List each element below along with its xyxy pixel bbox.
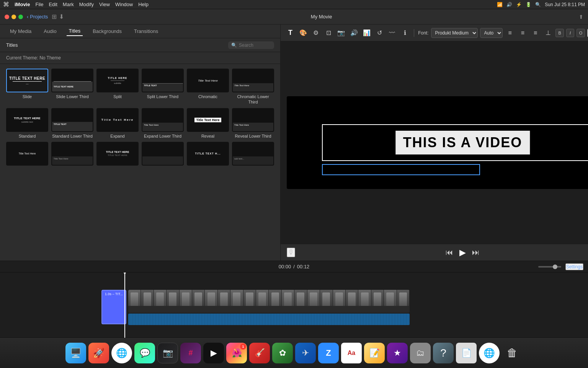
- play-button[interactable]: ▶: [459, 248, 466, 258]
- align-right-icon[interactable]: ≡: [530, 28, 541, 38]
- chromatic-lower-thumb[interactable]: Title Text Here: [232, 69, 274, 92]
- title-item-row3-4[interactable]: [142, 142, 184, 167]
- expand-lower-thumb[interactable]: Title Text Here: [142, 108, 184, 132]
- chromatic-thumb[interactable]: Title Text Here: [187, 69, 229, 92]
- slide-thumb[interactable]: TITLE TEXT HERE —: [6, 69, 48, 92]
- title-item-slide[interactable]: TITLE TEXT HERE — Slide: [6, 69, 48, 105]
- rotate-icon[interactable]: ↺: [374, 28, 385, 38]
- title-item-standard-lower[interactable]: TITLE TEXT Standard Lower Third: [51, 108, 93, 139]
- row3-3-thumb[interactable]: TITLE TEXT HERE TITLE TEXT HERE: [96, 142, 139, 166]
- dock-scrobbles[interactable]: ✿: [272, 343, 293, 363]
- minimize-button[interactable]: [11, 15, 16, 19]
- search-icon[interactable]: 🔍: [535, 2, 541, 7]
- row3-2-thumb[interactable]: Title Text Here: [51, 142, 93, 166]
- title-item-expand-lower[interactable]: Title Text Here Expand Lower Third: [142, 108, 184, 139]
- dock-slack[interactable]: #: [180, 343, 201, 363]
- title-item-slide-lower[interactable]: TITLE TEXT HERE Slide Lower Third: [51, 69, 93, 105]
- chart-icon[interactable]: 📊: [361, 28, 372, 38]
- share-icon[interactable]: ⬆: [579, 14, 583, 20]
- split-lower-thumb[interactable]: TITLE TEXT: [142, 69, 184, 92]
- dock-garageband[interactable]: 🎸: [249, 343, 270, 363]
- title-item-row3-2[interactable]: Title Text Here: [51, 142, 93, 167]
- dock-finder2[interactable]: 🗂: [410, 343, 431, 363]
- row3-4-thumb[interactable]: [142, 142, 184, 166]
- title-clip[interactable]: 1.0s – TIT...: [101, 290, 126, 324]
- microphone-button[interactable]: 🎙: [287, 248, 295, 257]
- skip-back-button[interactable]: ⏮: [446, 248, 453, 257]
- menu-help[interactable]: Help: [138, 2, 149, 7]
- zoom-control[interactable]: [538, 266, 561, 268]
- gear-icon[interactable]: ⚙: [310, 28, 321, 38]
- title-item-reveal-lower[interactable]: Title Text Here Reveal Lower Third: [232, 108, 274, 139]
- align-left-icon[interactable]: ≡: [505, 28, 515, 38]
- dock-chrome2[interactable]: 🌐: [479, 343, 500, 363]
- tab-transitions[interactable]: Transitions: [132, 27, 160, 36]
- dock-facetime[interactable]: 📷: [157, 343, 178, 363]
- menu-file[interactable]: File: [35, 2, 43, 7]
- italic-button[interactable]: I: [566, 29, 574, 37]
- font-select[interactable]: Produkt Medium: [431, 28, 478, 38]
- slide-lower-thumb[interactable]: TITLE TEXT HERE: [51, 69, 93, 92]
- dock-messages[interactable]: 💬: [134, 343, 155, 363]
- dock-notes[interactable]: 📝: [364, 343, 385, 363]
- title-item-row3-6[interactable]: sub text...: [232, 142, 274, 167]
- camera-icon[interactable]: 📷: [336, 28, 346, 38]
- outline-button[interactable]: O: [577, 29, 585, 37]
- menu-window[interactable]: Window: [115, 2, 133, 7]
- reveal-thumb[interactable]: Title Text Here: [187, 108, 229, 132]
- playhead[interactable]: [124, 273, 125, 338]
- dock-launchpad[interactable]: 🚀: [88, 343, 109, 363]
- crop-icon[interactable]: ⊡: [323, 28, 334, 38]
- tab-audio[interactable]: Audio: [41, 27, 59, 36]
- view-mode-icon[interactable]: ⊞: [52, 13, 57, 20]
- download-icon[interactable]: ⬇: [59, 13, 64, 20]
- brush-icon[interactable]: 🎨: [298, 28, 308, 38]
- audio-track[interactable]: [128, 314, 410, 325]
- video-track[interactable]: [128, 290, 410, 313]
- timeline-settings-button[interactable]: Settings: [565, 263, 583, 270]
- text-format-icon[interactable]: T: [285, 28, 296, 38]
- dock-finder[interactable]: 🖥️: [65, 343, 86, 363]
- expand-thumb[interactable]: Title Text Here: [96, 108, 139, 132]
- dock-notes2[interactable]: 📄: [456, 343, 477, 363]
- title-item-split[interactable]: TITLE HERE subtitle Split: [96, 69, 139, 105]
- dock-imovie[interactable]: ★: [387, 343, 408, 363]
- standard-thumb[interactable]: TITLE TEXT HERE subtitle text: [6, 108, 48, 132]
- font-size-select[interactable]: Auto: [480, 28, 503, 38]
- maximize-button[interactable]: [18, 15, 23, 19]
- title-item-row3-1[interactable]: Title Text Here: [6, 142, 48, 167]
- dock-copilot[interactable]: ✈: [295, 343, 316, 363]
- dock-help[interactable]: ?: [433, 343, 454, 363]
- search-input[interactable]: [239, 43, 270, 48]
- tab-backgrounds[interactable]: Backgrounds: [90, 27, 124, 36]
- back-to-projects[interactable]: ‹ Projects: [27, 14, 48, 20]
- title-item-standard[interactable]: TITLE TEXT HERE subtitle text Standard: [6, 108, 48, 139]
- title-item-row3-5[interactable]: TITLE TEXT H...: [187, 142, 229, 167]
- dock-chrome[interactable]: 🌐: [111, 343, 132, 363]
- tab-my-media[interactable]: My Media: [8, 27, 34, 36]
- noise-icon[interactable]: 〰: [387, 28, 397, 38]
- align-center-icon[interactable]: ≡: [518, 28, 528, 38]
- title-item-chromatic-lower[interactable]: Title Text Here Chromatic Lower Third: [232, 69, 274, 105]
- split-thumb[interactable]: TITLE HERE subtitle: [96, 69, 139, 92]
- title-item-chromatic[interactable]: Title Text Here Chromatic: [187, 69, 229, 105]
- app-name[interactable]: iMovie: [15, 2, 30, 7]
- menu-modify[interactable]: Modify: [79, 2, 94, 7]
- align-bottom-icon[interactable]: ⊥: [543, 28, 553, 38]
- close-button[interactable]: [5, 15, 9, 19]
- row3-5-thumb[interactable]: TITLE TEXT H...: [187, 142, 229, 166]
- row3-1-thumb[interactable]: Title Text Here: [6, 142, 48, 166]
- reveal-lower-thumb[interactable]: Title Text Here: [232, 108, 274, 132]
- volume-icon[interactable]: 🔊: [349, 28, 359, 38]
- title-item-reveal[interactable]: Title Text Here Reveal: [187, 108, 229, 139]
- title-item-row3-3[interactable]: TITLE TEXT HERE TITLE TEXT HERE: [96, 142, 139, 167]
- menu-view[interactable]: View: [99, 2, 110, 7]
- dock-photos[interactable]: 🌺 1: [226, 343, 247, 363]
- menu-edit[interactable]: Edit: [49, 2, 57, 7]
- apple-logo[interactable]: ⌘: [3, 1, 9, 8]
- info-icon[interactable]: ℹ: [400, 28, 410, 38]
- dock-dictionary[interactable]: Aa: [341, 343, 362, 363]
- dock-zoom[interactable]: Z: [318, 343, 339, 363]
- dock-trash[interactable]: 🗑: [502, 343, 523, 363]
- zoom-bar[interactable]: [538, 266, 561, 268]
